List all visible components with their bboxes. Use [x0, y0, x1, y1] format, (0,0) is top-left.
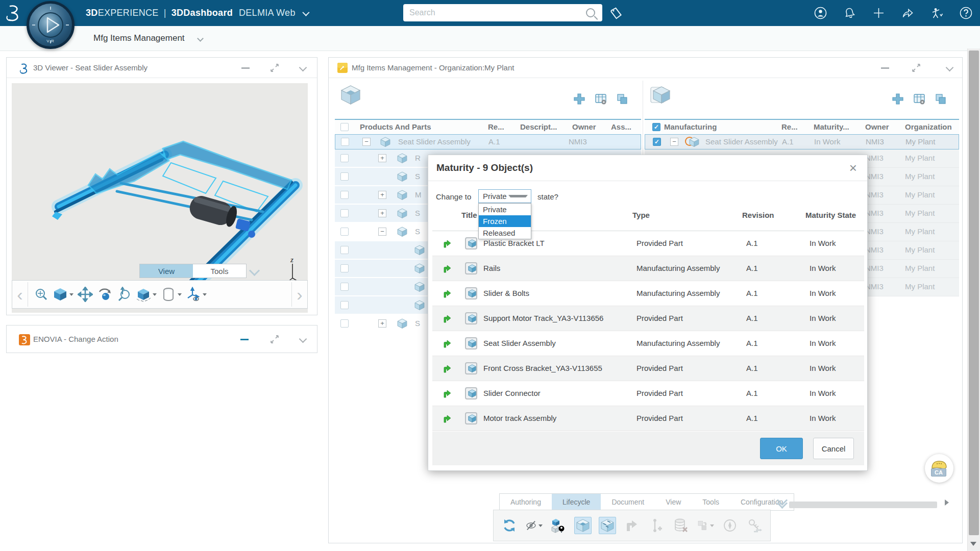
collapse-chevron-button[interactable] — [945, 64, 954, 72]
object-row[interactable]: Front Cross Bracket_YA3-V113655 Provided… — [432, 356, 864, 381]
col-assigned[interactable]: Ass... — [611, 122, 631, 131]
scrollbar-thumb[interactable] — [969, 51, 979, 535]
row-checkbox[interactable] — [340, 228, 349, 236]
pan-icon[interactable] — [78, 287, 93, 302]
robot-axis-eye-icon[interactable] — [186, 287, 207, 302]
manage-representations-icon[interactable] — [550, 517, 567, 534]
manufacturing-row-seat-slider-assembly[interactable]: − Seat Slider Assembly A.1 In Work NMI3 … — [645, 134, 959, 149]
vertical-scrollbar[interactable] — [967, 48, 980, 551]
products-root-cube-icon[interactable] — [340, 84, 361, 106]
close-icon[interactable]: × — [849, 160, 857, 176]
row-checkbox[interactable] — [340, 246, 349, 254]
more-commands-chevron-icon[interactable] — [777, 499, 788, 510]
dropdown-caret-icon[interactable] — [538, 524, 543, 527]
render-style-cube-icon[interactable] — [136, 287, 157, 302]
expander[interactable]: + — [378, 191, 386, 199]
tab-chevron-down-icon[interactable] — [197, 35, 204, 42]
collapse-expander[interactable]: − — [670, 138, 678, 146]
row-checkbox[interactable] — [340, 209, 349, 217]
state-option[interactable]: Private — [479, 204, 531, 215]
action-bar-tab[interactable]: Authoring — [500, 494, 552, 510]
expander[interactable]: + — [378, 154, 386, 162]
object-row[interactable]: Slider Connector Provided Part A.1 In Wo… — [432, 381, 864, 406]
col-manufacturing[interactable]: Manufacturing — [664, 122, 717, 131]
action-bar-tab[interactable]: Lifecycle — [552, 494, 601, 510]
state-select[interactable]: Private — [478, 189, 531, 203]
add-item-icon[interactable] — [573, 92, 586, 106]
row-checkbox[interactable] — [340, 191, 349, 199]
object-row[interactable]: Rails Manufacturing Assembly A.1 In Work — [432, 256, 864, 281]
dropdown-caret-icon[interactable] — [69, 293, 74, 296]
notifications-bell-icon[interactable] — [843, 6, 856, 20]
maximize-button[interactable] — [270, 64, 279, 72]
maximize-button[interactable] — [270, 335, 279, 343]
table-settings-icon[interactable] — [594, 92, 607, 106]
viewer-tab-tools[interactable]: Tools — [193, 264, 246, 278]
object-row[interactable]: Slider & Bolts Manufacturing Assembly A.… — [432, 281, 864, 306]
tag-icon[interactable] — [609, 6, 623, 20]
search-bar[interactable] — [403, 4, 602, 21]
expand-mfg-structure-icon[interactable] — [599, 517, 616, 534]
row-checkbox[interactable] — [340, 172, 349, 181]
view-mode-cube-icon[interactable] — [53, 287, 74, 302]
dassault-systemes-logo-icon[interactable] — [5, 3, 23, 24]
col-owner[interactable]: Owner — [865, 122, 889, 131]
collapse-chevron-button[interactable] — [299, 64, 308, 72]
toolbar-scroll-right-icon[interactable]: › — [292, 283, 307, 306]
row-checkbox[interactable] — [653, 138, 661, 146]
search-input[interactable] — [403, 8, 586, 17]
minimize-button[interactable] — [240, 335, 250, 343]
object-row[interactable]: Support Motor Track_YA3-V113656 Provided… — [432, 306, 864, 331]
compare-structures-icon[interactable] — [934, 92, 947, 106]
table-settings-icon[interactable] — [913, 92, 926, 106]
row-checkbox[interactable] — [340, 301, 349, 309]
tab-mfg-items-management[interactable]: Mfg Items Management — [93, 26, 203, 51]
community-3dswym-icon[interactable] — [930, 6, 944, 20]
dropdown-caret-icon[interactable] — [710, 524, 714, 527]
col-products-and-parts[interactable]: Products And Parts — [360, 122, 431, 131]
col-organization[interactable]: Organization — [905, 122, 952, 131]
viewer-tab-view[interactable]: View — [140, 264, 193, 278]
state-option[interactable]: Frozen — [479, 215, 531, 227]
col-description[interactable]: Descript... — [520, 122, 557, 131]
expand-product-structure-icon[interactable] — [574, 517, 592, 534]
section-cylinder-icon[interactable] — [161, 287, 182, 302]
products-row-seat-slider-assembly[interactable]: − Seat Slider Assembly A.1 NMI3 — [335, 134, 641, 149]
action-bar-tab[interactable]: Tools — [692, 494, 730, 510]
minimize-button[interactable] — [881, 64, 890, 72]
user-profile-icon[interactable] — [814, 6, 827, 20]
toolbar-scroll-left-icon[interactable]: ‹ — [12, 283, 28, 306]
compare-structures-icon[interactable] — [616, 92, 629, 106]
col-revision[interactable]: Re... — [781, 122, 798, 131]
object-row[interactable]: Motor track Assembly Provided Part A.1 I… — [432, 406, 864, 431]
state-option[interactable]: Released — [479, 227, 531, 239]
cancel-button[interactable]: Cancel — [813, 438, 854, 459]
manufacturing-root-cube-icon[interactable] — [650, 84, 671, 106]
scroll-right-arrow-icon[interactable] — [945, 499, 949, 506]
expander[interactable]: − — [378, 228, 386, 236]
collapse-chevron-button[interactable] — [299, 335, 308, 343]
hide-show-eye-slash-icon[interactable] — [525, 517, 543, 534]
3d-viewport[interactable]: z x y — [12, 83, 308, 313]
dropdown-caret-icon[interactable] — [153, 293, 157, 296]
row-checkbox[interactable] — [340, 264, 349, 272]
row-checkbox[interactable] — [340, 283, 349, 291]
object-row[interactable]: Seat Slider Assembly Manufacturing Assem… — [432, 331, 864, 356]
share-icon[interactable] — [901, 6, 915, 20]
col-owner[interactable]: Owner — [572, 122, 596, 131]
select-all-checkbox[interactable] — [340, 123, 349, 131]
rotate-icon[interactable] — [97, 287, 112, 302]
row-checkbox[interactable] — [341, 138, 349, 146]
collapse-expander[interactable]: − — [362, 138, 371, 146]
3dexperience-compass[interactable]: V.R — [27, 1, 75, 49]
scrollbar-down-arrow-icon[interactable] — [970, 542, 976, 546]
minimize-button[interactable] — [241, 64, 251, 72]
expander[interactable]: + — [378, 319, 386, 328]
action-bar-tab[interactable]: View — [655, 494, 692, 510]
dropdown-caret-icon[interactable] — [178, 293, 182, 296]
select-all-checkbox[interactable] — [652, 123, 660, 131]
add-content-plus-icon[interactable] — [872, 6, 886, 20]
action-bar-scrollbar[interactable] — [789, 502, 937, 508]
add-item-icon[interactable] — [891, 92, 904, 106]
expander[interactable]: + — [378, 209, 386, 217]
